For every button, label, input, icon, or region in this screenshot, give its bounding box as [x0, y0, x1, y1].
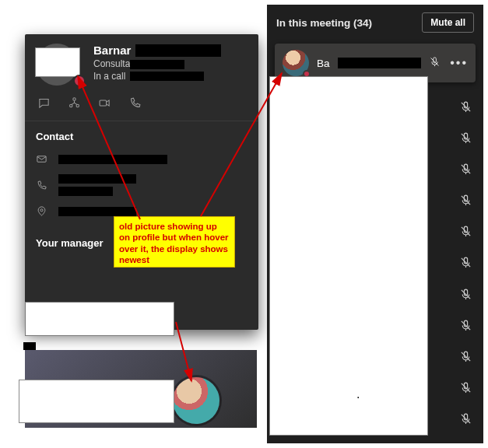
- redaction-box: [130, 72, 204, 81]
- svg-point-5: [40, 209, 43, 212]
- redaction-box: [338, 58, 422, 68]
- mute-all-button[interactable]: Mute all: [422, 12, 474, 33]
- meeting-header: In this meeting (34) Mute all: [267, 5, 483, 40]
- contact-email-row[interactable]: [36, 149, 248, 170]
- profile-status: In a call: [93, 71, 125, 82]
- screenshot-stage: Barnar Consulta In a call: [0, 0, 488, 448]
- mic-muted-icon[interactable]: [454, 126, 477, 149]
- redaction-box: [130, 60, 184, 69]
- mic-muted-icon[interactable]: [454, 313, 477, 337]
- profile-action-row: [36, 86, 248, 121]
- redaction-box: [135, 44, 221, 57]
- avatar-container[interactable]: [36, 44, 84, 86]
- redaction-box: [25, 302, 174, 336]
- mic-muted-icon[interactable]: [454, 376, 477, 400]
- video-icon[interactable]: [98, 96, 111, 113]
- profile-text: Barnar Consulta In a call: [93, 44, 248, 82]
- svg-point-1: [70, 104, 72, 107]
- avatar-container: [283, 50, 309, 76]
- redaction-box: [23, 342, 36, 350]
- location-icon: [36, 205, 47, 217]
- profile-header: Barnar Consulta In a call: [36, 44, 248, 86]
- email-icon: [36, 153, 47, 165]
- org-icon[interactable]: [68, 96, 81, 113]
- avatar-small[interactable]: [173, 377, 219, 424]
- redaction-box: [35, 47, 80, 77]
- meeting-title: In this meeting (34): [276, 17, 372, 29]
- participant-name: Ba: [317, 58, 330, 69]
- svg-rect-3: [100, 100, 107, 106]
- redaction-box: [19, 380, 174, 423]
- svg-point-2: [76, 104, 79, 107]
- redaction-box: [58, 174, 136, 184]
- chat-icon[interactable]: [37, 96, 51, 113]
- contact-section-title: Contact: [36, 121, 248, 149]
- svg-point-0: [73, 98, 75, 100]
- phone-icon: [36, 180, 47, 191]
- presence-busy-icon: [73, 75, 86, 87]
- profile-name: Barnar: [93, 44, 131, 57]
- contact-phone-row[interactable]: [36, 170, 248, 201]
- mic-muted-icon[interactable]: [429, 56, 441, 71]
- stray-mark: .: [356, 387, 360, 391]
- redaction-box: [58, 187, 113, 196]
- redaction-box: [58, 207, 136, 216]
- redaction-box: [269, 76, 428, 436]
- mic-muted-icon[interactable]: [454, 251, 477, 275]
- redaction-box: [58, 155, 167, 164]
- mic-muted-icon[interactable]: [454, 220, 477, 243]
- svg-rect-4: [37, 156, 46, 163]
- muted-mic-column: [454, 90, 477, 437]
- annotation-callout: old picture showing up on profile but wh…: [114, 216, 235, 268]
- mic-muted-icon[interactable]: [454, 408, 477, 431]
- profile-role: Consulta: [93, 58, 130, 69]
- mic-muted-icon[interactable]: [454, 95, 477, 118]
- mic-muted-icon[interactable]: [454, 282, 477, 306]
- mic-muted-icon[interactable]: [454, 157, 477, 180]
- mic-muted-icon[interactable]: [454, 345, 477, 369]
- profile-flyout: Barnar Consulta In a call: [25, 34, 258, 330]
- mic-muted-icon[interactable]: [454, 189, 477, 212]
- more-icon[interactable]: •••: [450, 56, 468, 70]
- phone-icon[interactable]: [128, 96, 142, 113]
